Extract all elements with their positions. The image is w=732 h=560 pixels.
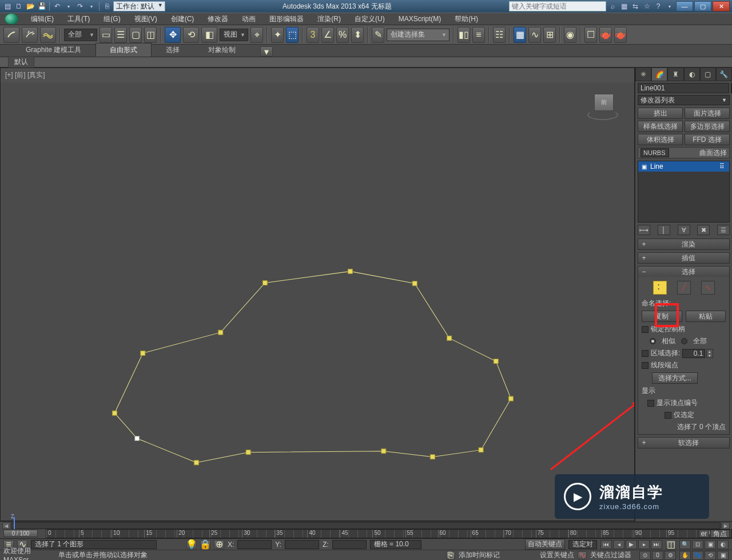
modifier-stack[interactable]: Line (638, 161, 730, 223)
walk-icon[interactable]: 👣 (692, 551, 703, 560)
tab-create-icon[interactable]: ✳ (635, 67, 651, 81)
rotate-tool-icon[interactable]: ⟲ (183, 27, 199, 43)
play-icon[interactable]: ▶ (626, 540, 637, 549)
track-scroll-right-icon[interactable]: ▸ (722, 522, 730, 529)
nurbs-drop[interactable]: NURBS (640, 148, 669, 157)
viewport-label[interactable]: [+] [前] [真实] (1, 68, 634, 82)
tab-motion-icon[interactable]: ◐ (684, 67, 700, 81)
trackbar-track[interactable] (11, 522, 721, 529)
rollout-interp-title[interactable]: 插值 (650, 253, 727, 263)
time-slider-handle[interactable]: 0 / 100 (3, 530, 38, 537)
zoom-all-icon[interactable]: ⊡ (692, 540, 703, 549)
prev-frame-icon[interactable]: ◂ (613, 540, 624, 549)
mod-btn-ffd-select[interactable]: FFD 选择 (685, 134, 730, 145)
stack-unique-icon[interactable]: ∀ (678, 225, 690, 235)
link-icon[interactable]: ⎘ (102, 2, 112, 11)
track-scroll-left-icon[interactable]: ◂ (2, 522, 10, 529)
tab-utilities-icon[interactable]: 🔧 (716, 67, 732, 81)
y-input[interactable] (285, 540, 319, 549)
app-logo-icon[interactable] (5, 13, 18, 25)
zoom-ext-icon[interactable]: ▣ (705, 540, 716, 549)
workspace-selector[interactable]: 工作台: 默认 (113, 1, 165, 11)
toolbox-icon[interactable]: ▦ (619, 2, 629, 11)
menu-maxscript[interactable]: MAXScript(M) (393, 14, 447, 24)
render-prod-icon[interactable]: 🫖 (614, 27, 627, 43)
tab-display-icon[interactable]: ▢ (700, 67, 716, 81)
spline-subobj-button[interactable]: ∿ (701, 281, 715, 295)
exchange-icon[interactable]: ⇆ (630, 2, 640, 11)
area-select-check[interactable] (642, 350, 649, 357)
menu-render[interactable]: 渲染(R) (312, 13, 347, 25)
mod-btn-poly-select[interactable]: 多边形选择 (685, 121, 730, 132)
move-tool-icon[interactable]: ✥ (165, 27, 181, 43)
select-by-button[interactable]: 选择方式... (652, 372, 698, 384)
lightbulb-icon[interactable]: 💡 (186, 540, 197, 549)
plus-icon[interactable]: + (640, 254, 647, 262)
spinner-icon[interactable]: ▴▾ (706, 349, 713, 358)
new-icon[interactable]: 🗋 (14, 2, 24, 11)
time-config-icon[interactable]: ⚙ (665, 551, 676, 560)
transform-type-icon[interactable]: ⊕ (214, 540, 224, 549)
object-name-input[interactable] (638, 83, 729, 93)
frame-input[interactable]: 0 (652, 551, 663, 560)
max-vp-icon[interactable]: ▣ (717, 551, 729, 560)
bind-space-warp-icon[interactable] (40, 27, 56, 43)
open-icon[interactable]: 📂 (25, 2, 35, 11)
close-button[interactable]: ✕ (713, 1, 730, 11)
isolate-icon[interactable]: ◫ (666, 540, 676, 549)
schematic-view-icon[interactable]: ⊞ (543, 27, 556, 43)
rollout-render-title[interactable]: 渲染 (650, 240, 727, 249)
named-selection-drop[interactable]: 创建选择集 (387, 29, 449, 41)
search-icon[interactable]: ⌕ (607, 2, 618, 11)
tag-icon[interactable]: ⎘ (446, 551, 455, 559)
render-setup-icon[interactable]: ☐ (584, 27, 597, 43)
show-vertex-num-check[interactable] (647, 400, 654, 407)
similar-radio[interactable] (650, 338, 656, 344)
menu-edit[interactable]: 编辑(E) (25, 13, 59, 25)
segment-subobj-button[interactable]: ╱ (677, 281, 691, 295)
keyboard-shortcut-icon[interactable]: ⬚ (286, 27, 299, 43)
area-value-input[interactable] (682, 349, 705, 358)
all-radio[interactable] (681, 338, 687, 344)
vertex-subobj-button[interactable]: ⠅ (653, 281, 667, 295)
viewcube-face[interactable]: 前 (594, 94, 614, 111)
help-search-input[interactable] (509, 1, 606, 11)
named-sel-edit-icon[interactable]: ✎ (372, 27, 384, 43)
rendered-frame-icon[interactable]: 🫖 (599, 27, 612, 43)
scale-tool-icon[interactable]: ◧ (201, 27, 217, 43)
zoom-icon[interactable]: 🔍 (679, 540, 691, 549)
key-filter-button[interactable]: 关键点过滤器 (590, 550, 636, 560)
menu-create[interactable]: 创建(C) (165, 13, 200, 25)
tab-modify-icon[interactable]: 🌈 (651, 67, 667, 81)
stack-config-icon[interactable]: ☰ (717, 225, 730, 235)
x-input[interactable] (237, 540, 272, 549)
align-icon[interactable]: ≡ (472, 27, 485, 43)
material-editor-icon[interactable]: ◉ (564, 27, 576, 43)
ribbon-tab-paint[interactable]: 对象绘制 (194, 43, 250, 57)
redo-drop-icon[interactable]: ▾ (86, 2, 97, 11)
ribbon-tab-graphite[interactable]: Graphite 建模工具 (11, 43, 96, 57)
viewport[interactable]: x z 前 (1, 82, 634, 521)
key-filter-icon[interactable]: ∿ (578, 551, 587, 559)
percent-snap-icon[interactable]: % (336, 27, 349, 43)
select-object-icon[interactable]: ▭ (100, 27, 112, 43)
menu-animation[interactable]: 动画 (236, 13, 261, 25)
key-mode-icon[interactable]: ⊙ (639, 551, 651, 560)
stack-item-line[interactable]: Line (638, 161, 729, 172)
maximize-button[interactable]: ▢ (694, 1, 711, 11)
mod-btn-vol-select[interactable]: 体积选择 (638, 134, 683, 145)
app-menu-icon[interactable]: ▤ (2, 2, 13, 11)
snap-toggle-icon[interactable]: 3 (307, 27, 319, 43)
redo-icon[interactable]: ↷ (75, 2, 85, 11)
lock-handles-check[interactable] (642, 326, 649, 333)
ribbon-expand-icon[interactable]: ▾ (260, 46, 273, 57)
selection-filter-drop[interactable]: 全部 (64, 29, 97, 41)
menu-customize[interactable]: 自定义(U) (349, 13, 391, 25)
plus-icon[interactable]: + (640, 439, 647, 447)
paste-button[interactable]: 粘贴 (686, 311, 726, 322)
pan-icon[interactable]: ✋ (679, 551, 691, 560)
curve-editor-icon[interactable]: ∿ (528, 27, 541, 43)
tab-hierarchy-icon[interactable]: ♜ (667, 67, 683, 81)
select-rect-icon[interactable]: ▢ (129, 27, 142, 43)
fov-icon[interactable]: ◐ (717, 540, 729, 549)
